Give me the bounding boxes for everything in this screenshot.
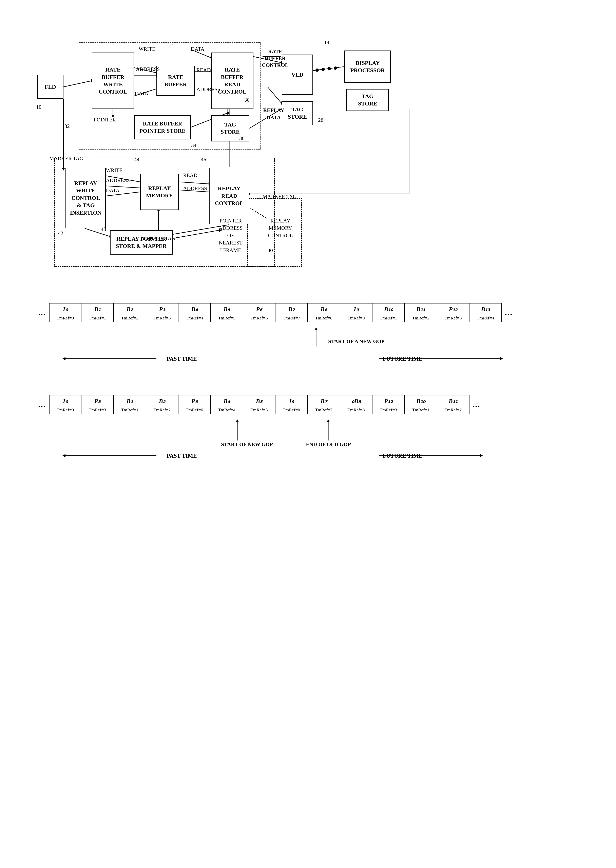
svg-marker-61 [236, 419, 239, 422]
label-10: 10 [36, 104, 41, 110]
rate-buffer-control-label: RATEBUFFERCONTROL [262, 48, 288, 69]
frame-bottom: TmRef=3 [146, 314, 178, 322]
frame-top: I₉ [340, 303, 372, 314]
svg-marker-59 [500, 357, 503, 360]
frame-bottom: TmRef=3 [372, 406, 404, 414]
frame-bottom: TmRef=0 [275, 406, 307, 414]
replay-memory-block: REPLAYMEMORY [140, 174, 179, 210]
frame-top: B₂ [146, 396, 178, 406]
svg-marker-65 [63, 454, 66, 457]
frame-top: P₃ [82, 396, 113, 406]
frame-top: I₀ [50, 396, 81, 406]
svg-marker-67 [480, 454, 483, 457]
label-36: 36 [239, 135, 245, 141]
frame-top: B₄ [178, 303, 211, 314]
end-old-gop-label: END OF OLD GOP [306, 441, 351, 447]
frame-bottom: TmRef=3 [82, 406, 113, 414]
frame-cell: B₄TmRef=4 [211, 395, 243, 414]
frame-bottom: TmRef=2 [437, 406, 469, 414]
write-label: WRITE [139, 46, 155, 52]
label-46: 46 [201, 157, 206, 163]
frame-bottom: TmRef=0 [50, 314, 81, 322]
frame-bottom: TmRef=1 [405, 406, 437, 414]
past-time-label-2: PAST TIME [167, 453, 197, 459]
frame-cell: B₂TmRef=2 [146, 395, 178, 414]
frame-cell: P₁₂TmRef=3 [372, 395, 405, 414]
svg-point-20 [334, 66, 337, 70]
frame-top: P₃ [146, 303, 178, 314]
frame-cell: B₁₁TmRef=2 [405, 303, 437, 322]
frame-cell: B₈TmRef=8 [308, 303, 340, 322]
frame-top: B₅ [211, 303, 243, 314]
rate-buffer-pointer-store-block: RATE BUFFERPOINTER STORE [134, 115, 191, 140]
replay-write-control-block: REPLAYWRITECONTROL& TAGINSERTION [66, 168, 106, 228]
rate-buffer-write-control-block: RATEBUFFERWRITECONTROL [92, 53, 134, 109]
marker-tag2-label: MARKER TAG [262, 193, 297, 199]
frame-bottom: TmRef=4 [470, 314, 501, 322]
frame-top: B₇ [275, 303, 307, 314]
frame-top: P₆ [243, 303, 275, 314]
read2-label: READ [183, 172, 198, 178]
ellipsis-right-2: ... [470, 395, 483, 414]
frame-bottom: TmRef=8 [308, 314, 340, 322]
frame-top: I₉ [275, 396, 307, 406]
frame-top: P₆ [178, 396, 211, 406]
frame-cell: P₃TmRef=3 [146, 303, 178, 322]
timeline-2-table: ... I₀TmRef=0P₃TmRef=3B₁TmRef=1B₂TmRef=2… [35, 395, 581, 414]
fld-block: FLD [37, 75, 63, 99]
label-34: 34 [191, 143, 196, 149]
timeline-2-annotations: START OF NEW GOP END OF OLD GOP PAST TIM… [35, 418, 581, 465]
frame-cell: I₀TmRef=0 [49, 395, 82, 414]
frame-bottom: TmRef=1 [372, 314, 404, 322]
frame-cell: I₀TmRef=0 [49, 303, 82, 322]
gop-label-1: START OF A NEW GOP [328, 338, 384, 344]
frame-cell: I₉TmRef=0 [275, 395, 308, 414]
replay-read-control-block: REPLAYREADCONTROL [209, 168, 249, 224]
tag-store-3-block: TAGSTORE [346, 89, 389, 111]
frame-top: B₁₃ [470, 303, 501, 314]
timeline-1: ... I₀TmRef=0B₁TmRef=1B₂TmRef=2P₃TmRef=3… [35, 303, 581, 367]
frame-cell: ₀B₈TmRef=8 [340, 395, 372, 414]
frame-top: B₄ [211, 396, 243, 406]
data-mid-label: DATA [135, 91, 148, 97]
frame-cell: B₁₁TmRef=2 [437, 395, 470, 414]
frame-cell: B₇TmRef=7 [275, 303, 308, 322]
timeline-1-annotations: PAST TIME START OF A NEW GOP FUTURE TIME [35, 326, 581, 367]
frame-bottom: TmRef=4 [178, 314, 211, 322]
svg-marker-57 [63, 357, 66, 360]
frame-top: B₁₀ [405, 396, 437, 406]
frame-bottom: TmRef=1 [114, 406, 146, 414]
frame-top: B₁ [82, 303, 113, 314]
frame-cell: B₁₀TmRef=1 [372, 303, 405, 322]
frame-top: B₁₁ [405, 303, 437, 314]
label-30: 30 [244, 97, 250, 103]
frame-bottom: TmRef=2 [146, 406, 178, 414]
frame-bottom: TmRef=8 [340, 406, 372, 414]
frame-top: I₀ [50, 303, 81, 314]
future-time-label-2: FUTURE TIME [383, 453, 423, 459]
marker-tag1-label: MARKER TAG [49, 155, 83, 162]
frame-cell: B₄TmRef=4 [178, 303, 211, 322]
page: FLD RATEBUFFERWRITECONTROL RATEBUFFER RA… [0, 0, 616, 868]
label-48: 48 [101, 226, 106, 232]
label-32: 32 [64, 123, 70, 129]
frame-cell: B₅TmRef=5 [243, 395, 275, 414]
frame-cell: B₂TmRef=2 [114, 303, 146, 322]
display-processor-block: DISPLAYPROCESSOR [344, 50, 391, 83]
frame-bottom: TmRef=3 [437, 314, 469, 322]
pointer-label: POINTER [94, 117, 116, 123]
replay-data-label: REPLAYDATA [263, 107, 284, 121]
address1-label: ADDRESS [136, 66, 160, 72]
label-28: 28 [318, 117, 323, 123]
frame-cell: P₆TmRef=6 [243, 303, 275, 322]
svg-marker-63 [327, 419, 330, 422]
frame-bottom: TmRef=5 [211, 314, 243, 322]
frame-cell: P₁₂TmRef=3 [437, 303, 470, 322]
label-40: 40 [267, 248, 273, 254]
frame-bottom: TmRef=7 [308, 406, 340, 414]
marker-tag3-label: MARKER TAG [141, 235, 175, 242]
write2-label: WRITE [106, 167, 123, 173]
frame-cell: B₁TmRef=1 [114, 395, 146, 414]
timeline-1-table: ... I₀TmRef=0B₁TmRef=1B₂TmRef=2P₃TmRef=3… [35, 303, 581, 322]
frame-bottom: TmRef=0 [340, 314, 372, 322]
